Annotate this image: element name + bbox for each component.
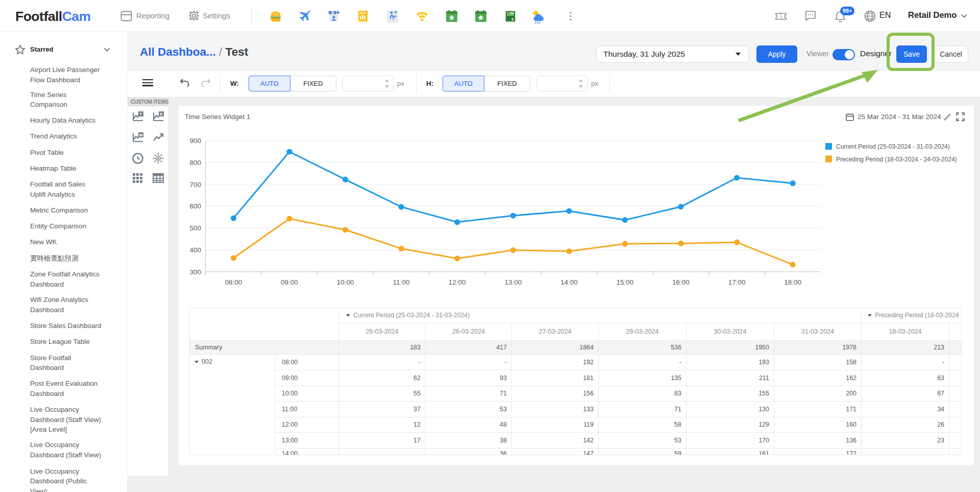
svg-text:E: E <box>160 112 163 116</box>
svg-text:15:00: 15:00 <box>617 278 634 286</box>
svg-text:14:00: 14:00 <box>560 278 578 286</box>
svg-text:600: 600 <box>189 202 201 210</box>
svg-text:12:00: 12:00 <box>449 278 466 286</box>
svg-text:500: 500 <box>189 224 201 232</box>
svg-text:17:00: 17:00 <box>728 278 746 286</box>
svg-text:M: M <box>139 133 143 137</box>
svg-text:$: $ <box>511 17 514 21</box>
svg-text:18:00: 18:00 <box>784 278 801 286</box>
svg-text:13:00: 13:00 <box>504 278 522 286</box>
svg-text:Preceding Period (18-03-2024 -: Preceding Period (18-03-2024 - 24-03-202… <box>836 156 957 163</box>
svg-text:400: 400 <box>189 246 201 254</box>
svg-text:08:00: 08:00 <box>225 278 242 286</box>
svg-text:300: 300 <box>189 268 201 276</box>
svg-text:16:00: 16:00 <box>672 278 690 286</box>
svg-text:Current Period (25-03-2024 - 3: Current Period (25-03-2024 - 31-03-2024) <box>836 143 950 150</box>
svg-text:11:00: 11:00 <box>393 278 410 286</box>
svg-text:900: 900 <box>189 137 201 145</box>
svg-text:700: 700 <box>189 181 201 189</box>
svg-text:10:00: 10:00 <box>337 278 354 286</box>
svg-text:T: T <box>140 112 142 116</box>
svg-text:09:00: 09:00 <box>281 278 298 286</box>
svg-text:800: 800 <box>189 159 201 167</box>
